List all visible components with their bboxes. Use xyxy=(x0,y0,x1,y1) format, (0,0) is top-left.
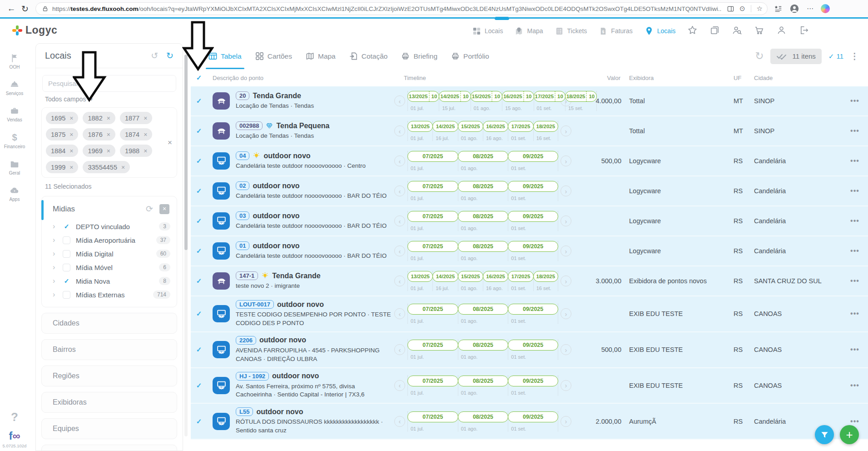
timeline-chip[interactable]: 15/202510 xyxy=(471,91,502,102)
nav-locais[interactable]: Locais xyxy=(472,27,503,35)
tab-tabela[interactable]: Tabela xyxy=(208,43,242,69)
col-timeline[interactable]: Timeline xyxy=(394,75,575,81)
timeline-chip[interactable]: 07/2025 xyxy=(407,181,458,192)
chip-remove-icon[interactable]: × xyxy=(107,147,110,155)
timeline-chip[interactable]: 16/2025 xyxy=(483,121,508,132)
timeline-next-icon[interactable]: › xyxy=(560,155,571,166)
table-row[interactable]: ✓ HJ - 1092 outdoor novo Av. Santos Ferr… xyxy=(191,368,868,404)
search-input[interactable] xyxy=(48,80,170,87)
favorite-star-icon[interactable]: ☆ xyxy=(757,5,763,13)
browser-reload-icon[interactable]: ↻ xyxy=(18,4,32,14)
timeline-chip[interactable]: 07/2025 xyxy=(407,211,458,222)
timeline-chip[interactable]: 09/2025 xyxy=(508,411,558,422)
checkbox[interactable]: ✓ xyxy=(63,223,70,231)
timeline-chip[interactable]: 08/2025 xyxy=(458,181,509,192)
timeline-next-icon[interactable]: › xyxy=(560,246,571,256)
timeline-chip[interactable]: 18/2025 xyxy=(533,121,558,132)
copilot-icon[interactable] xyxy=(821,4,830,13)
timeline-chip[interactable]: 09/2025 xyxy=(508,181,558,192)
row-menu-icon[interactable]: ••• xyxy=(850,381,859,389)
tab-portfo-lio[interactable]: Portfólio xyxy=(451,43,489,69)
timeline-chip[interactable]: 07/2025 xyxy=(407,151,458,162)
midia-item-midia-nova[interactable]: › ✓ Midia Nova 8 xyxy=(42,274,177,288)
timeline-next-icon[interactable]: › xyxy=(560,308,571,319)
row-menu-icon[interactable]: ••• xyxy=(850,277,859,285)
more-options-icon[interactable]: ⋮ xyxy=(850,51,859,61)
rail-item-financeiro[interactable]: $Financeiro xyxy=(0,132,29,149)
filter-section-exibidoras[interactable]: Exibidoras xyxy=(41,392,177,413)
expand-chevron-icon[interactable]: › xyxy=(53,277,57,285)
chip-remove-icon[interactable]: × xyxy=(144,115,147,122)
timeline-chip[interactable]: 13/202510 xyxy=(407,91,439,102)
nav-tickets[interactable]: Tickets xyxy=(555,27,587,35)
row-check-icon[interactable]: ✓ xyxy=(191,187,207,195)
browser-menu-icon[interactable]: ⋯ xyxy=(807,5,813,13)
row-menu-icon[interactable]: ••• xyxy=(850,217,859,225)
table-row[interactable]: ✓ 03 outdoor novo Candelária teste outdo… xyxy=(191,206,868,236)
timeline-chip[interactable]: 08/2025 xyxy=(458,304,509,315)
search-box[interactable] xyxy=(42,75,176,92)
row-check-icon[interactable]: ✓ xyxy=(191,247,207,255)
midias-sync-icon[interactable]: ⟳ xyxy=(146,204,153,214)
filter-chip[interactable]: 1876× xyxy=(83,128,115,140)
timeline-chip[interactable]: 07/2025 xyxy=(407,376,458,386)
timeline-chip[interactable]: 07/2025 xyxy=(407,241,458,252)
timeline-chip[interactable]: 17/2025 xyxy=(508,121,533,132)
timeline-next-icon[interactable]: › xyxy=(560,344,571,355)
help-button[interactable]: ? xyxy=(0,410,29,424)
timeline-prev-icon[interactable]: ‹ xyxy=(394,246,405,256)
timeline-chip[interactable]: 18/2025 xyxy=(533,271,558,282)
expand-chevron-icon[interactable]: › xyxy=(53,250,57,258)
table-row[interactable]: ✓ 2206 outdoor novo AVENIDA FARROUPILHA … xyxy=(191,332,868,368)
timeline-chip[interactable]: 07/2025 xyxy=(407,411,458,422)
row-check-icon[interactable]: ✓ xyxy=(191,346,207,354)
rail-item-vendas[interactable]: Vendas xyxy=(0,106,29,122)
row-check-icon[interactable]: ✓ xyxy=(191,277,207,285)
timeline-next-icon[interactable]: › xyxy=(560,416,571,427)
table-row[interactable]: ✓ 20 Tenda Grande Locação de Tendas · Te… xyxy=(191,86,868,116)
row-menu-icon[interactable]: ••• xyxy=(850,187,859,195)
midia-item-depto-vinculado[interactable]: › ✓ DEPTO vinculado 3 xyxy=(42,220,177,233)
tab-carto-es[interactable]: Cartões xyxy=(255,43,292,69)
panel-refresh-icon[interactable]: ↻ xyxy=(166,50,174,61)
table-row[interactable]: ✓ 04 outdoor novo Candelária teste outdo… xyxy=(191,146,868,176)
timeline-prev-icon[interactable]: ‹ xyxy=(394,125,405,136)
rail-item-apps[interactable]: Apps xyxy=(0,185,29,202)
checkbox[interactable] xyxy=(63,236,70,244)
timeline-chip[interactable]: 09/2025 xyxy=(508,304,558,315)
row-check-icon[interactable]: ✓ xyxy=(191,97,207,105)
split-screen-icon[interactable] xyxy=(727,5,734,12)
timeline-chip[interactable]: 09/2025 xyxy=(508,241,558,252)
timeline-chip[interactable]: 16/202510 xyxy=(502,91,534,102)
fluxooh-logo[interactable]: f∞ xyxy=(0,431,29,441)
items-count-chip[interactable]: 11 itens xyxy=(770,49,821,64)
timeline-prev-icon[interactable]: ‹ xyxy=(394,380,405,391)
nav-locais-active[interactable]: Locais xyxy=(645,26,675,35)
rail-item-geral[interactable]: Geral xyxy=(0,159,29,175)
row-check-icon[interactable]: ✓ xyxy=(191,217,207,225)
row-check-icon[interactable]: ✓ xyxy=(191,381,207,390)
table-row[interactable]: ✓ 147-1 Tenda Grande teste novo 2 · imig… xyxy=(191,266,868,296)
star-button[interactable] xyxy=(687,25,698,37)
timeline-chip[interactable]: 09/2025 xyxy=(508,211,558,222)
filter-fab-button[interactable] xyxy=(815,425,834,444)
timeline-next-icon[interactable]: › xyxy=(560,215,571,226)
person-button[interactable] xyxy=(776,25,787,37)
timeline-prev-icon[interactable]: ‹ xyxy=(394,276,405,286)
row-menu-icon[interactable]: ••• xyxy=(850,310,859,317)
timeline-prev-icon[interactable]: ‹ xyxy=(394,215,405,226)
timeline-chip[interactable]: 18/202510 xyxy=(565,91,597,102)
tab-cotac-a-o[interactable]: Cotação xyxy=(349,43,388,69)
timeline-next-icon[interactable]: › xyxy=(560,380,571,391)
table-row[interactable]: ✓ L55 outdoor novo RÓTULA DOS DINOSSAURO… xyxy=(191,404,868,440)
timeline-chip[interactable]: 08/2025 xyxy=(458,411,509,422)
midia-item-mi-dias-externas[interactable]: › Mídias Externas 714 xyxy=(42,288,177,301)
timeline-chip[interactable]: 16/2025 xyxy=(483,271,508,282)
checkbox[interactable]: ✓ xyxy=(63,277,70,285)
timeline-chip[interactable]: 07/2025 xyxy=(407,340,458,351)
table-refresh-icon[interactable]: ↻ xyxy=(755,50,764,62)
timeline-prev-icon[interactable]: ‹ xyxy=(394,344,405,355)
timeline-chip[interactable]: 09/2025 xyxy=(508,151,558,162)
chip-remove-icon[interactable]: × xyxy=(107,115,110,122)
row-menu-icon[interactable]: ••• xyxy=(850,97,859,105)
